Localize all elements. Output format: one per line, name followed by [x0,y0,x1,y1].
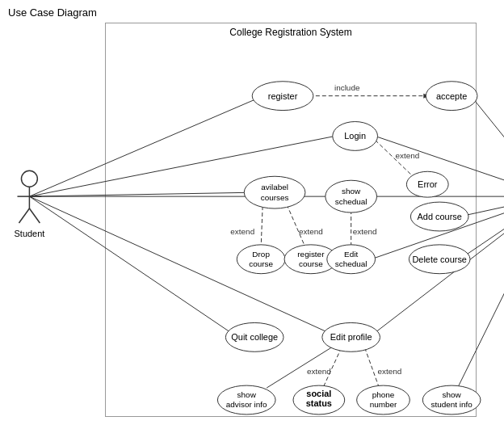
svg-text:extend: extend [299,227,323,236]
svg-text:Login: Login [344,131,366,141]
svg-text:Delete course: Delete course [412,255,466,264]
svg-text:include: include [334,83,360,92]
svg-line-82 [19,208,29,223]
svg-text:show: show [342,187,361,196]
svg-text:phone: phone [372,390,395,399]
svg-text:Edit: Edit [344,250,358,259]
svg-text:course: course [249,259,273,268]
svg-text:extend: extend [230,227,254,236]
svg-text:schedual: schedual [335,197,368,206]
svg-point-79 [21,170,37,187]
svg-text:register: register [297,250,325,259]
svg-text:courses: courses [261,193,289,202]
svg-text:schedual: schedual [335,259,368,268]
svg-text:register: register [268,91,298,101]
svg-line-0 [29,96,263,196]
svg-text:Error: Error [418,179,438,189]
svg-text:show: show [443,390,462,399]
svg-text:number: number [370,400,397,409]
svg-text:extend: extend [353,227,377,236]
svg-line-23 [287,204,305,247]
svg-line-9 [460,196,504,259]
svg-text:Quit college: Quit college [231,332,278,342]
svg-text:Add course: Add course [418,212,462,221]
svg-text:status: status [306,398,332,408]
svg-line-5 [29,196,235,335]
svg-text:Student: Student [15,229,45,238]
svg-text:accepte: accepte [436,91,467,101]
page-title: Use Case Diagram [8,6,97,19]
svg-line-83 [29,208,40,223]
svg-text:extend: extend [378,367,402,376]
svg-text:advisor info: advisor info [226,400,267,409]
svg-text:extend: extend [395,151,419,160]
svg-text:Edit profile: Edit profile [330,332,372,342]
svg-text:student info: student info [430,400,472,409]
svg-text:social: social [306,389,331,398]
svg-text:course: course [299,259,323,268]
diagram-container: College Registration System accepte (das… [105,23,477,417]
svg-text:show: show [237,390,257,399]
svg-text:Drop: Drop [252,250,270,259]
svg-text:avilabel: avilabel [261,183,288,191]
svg-line-2 [29,192,254,196]
svg-text:extend: extend [307,367,331,376]
svg-line-20 [261,206,262,247]
svg-line-6 [471,96,504,196]
